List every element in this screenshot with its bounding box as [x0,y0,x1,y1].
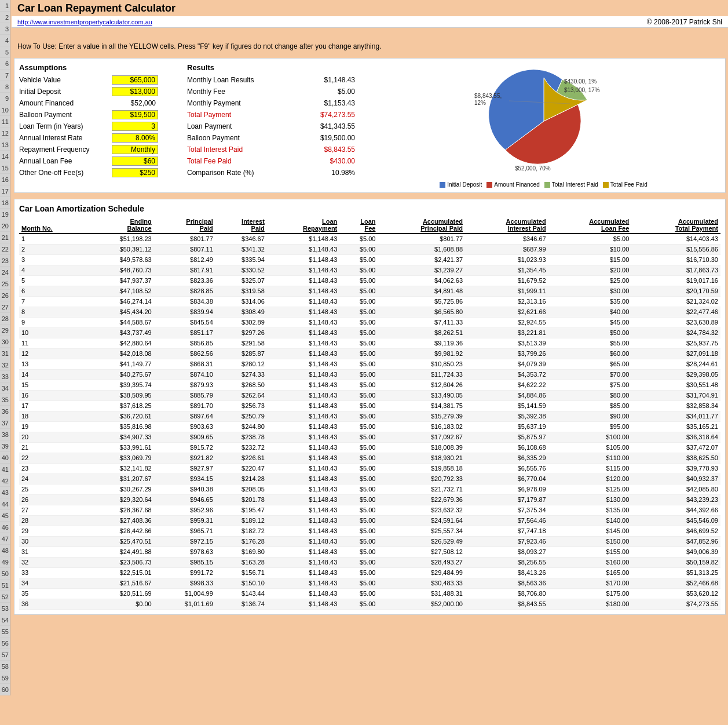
table-row: 25$30,267.29$940.38$208.05$1,148.43$5.00… [19,484,720,494]
col-principal-paid: PrincipalPaid [154,217,215,234]
table-row: 11$42,880.64$856.85$291.58$1,148.43$5.00… [19,338,720,348]
table-row: 8$45,434.20$839.94$308.49$1,148.43$5.00$… [19,307,720,317]
chart-legend: Initial Deposit Amount Financed Total In… [440,181,647,188]
assumptions-results-section: Assumptions Vehicle Value $65,000 Initia… [14,58,726,193]
col-loan-fee: LoanFee [339,217,378,234]
assumption-interest-rate: Annual Interest Rate 8.00% [19,132,158,143]
table-row: 12$42,018.08$862.56$285.87$1,148.43$5.00… [19,348,720,359]
assumptions-block: Assumptions Vehicle Value $65,000 Initia… [19,63,158,188]
table-row: 22$33,069.79$921.82$226.61$1,148.43$5.00… [19,453,720,463]
table-row: 21$33,991.61$915.72$232.72$1,148.43$5.00… [19,442,720,453]
col-acc-fee: AccumulatedLoan Fee [548,217,632,234]
results-title: Results [187,63,355,72]
table-row: 2$50,391.12$807.11$341.32$1,148.43$5.00$… [19,244,720,254]
table-row: 27$28,367.68$952.96$195.47$1,148.43$5.00… [19,505,720,515]
col-month: Month No. [19,217,86,234]
col-loan-repayment: LoanRepayment [267,217,339,234]
amortization-title: Car Loan Amortization Schedule [19,204,720,213]
legend-color-total-interest [544,182,550,188]
table-row: 5$47,937.37$823.36$325.07$1,148.43$5.00$… [19,275,720,286]
table-row: 18$36,720.61$897.64$250.79$1,148.43$5.00… [19,411,720,421]
howto-row: How To Use: Enter a value in all the YEL… [12,39,728,53]
svg-text:$52,000, 70%: $52,000, 70% [515,165,551,172]
result-monthly-fee: Monthly Fee $5.00 [187,86,355,97]
table-row: 17$37,618.25$891.70$256.73$1,148.43$5.00… [19,400,720,411]
result-loan-payment: Loan Payment $41,343.55 [187,121,355,132]
legend-total-fee: Total Fee Paid [603,181,647,188]
table-row: 15$39,395.74$879.93$268.50$1,148.43$5.00… [19,380,720,390]
row-numbers: 1 2 3 4 5 6 7 8 9 10 11 12 13 14 15 16 1… [0,0,10,695]
assumptions-title: Assumptions [19,63,158,72]
table-row: 26$29,320.64$946.65$201.78$1,148.43$5.00… [19,494,720,505]
assumption-loan-term: Loan Term (in Years) 3 [19,121,158,132]
amortization-table: Month No. EndingBalance PrincipalPaid In… [19,217,720,610]
table-row: 36$0.00$1,011.69$136.74$1,148.43$5.00$52… [19,599,720,609]
table-row: 20$34,907.33$909.65$238.78$1,148.43$5.00… [19,432,720,442]
assumption-balloon-payment: Balloon Payment $19,500 [19,109,158,120]
table-row: 23$32,141.82$927.97$220.47$1,148.43$5.00… [19,463,720,473]
col-acc-total: AccumulatedTotal Payment [631,217,720,234]
results-block: Results Monthly Loan Results $1,148.43 M… [187,63,355,188]
legend-color-total-fee [603,182,609,188]
table-row: 28$27,408.36$959.31$189.12$1,148.43$5.00… [19,515,720,526]
result-monthly-payment: Monthly Payment $1,153.43 [187,97,355,108]
assumption-vehicle-value: Vehicle Value $65,000 [19,74,158,85]
table-row: 3$49,578.63$812.49$335.94$1,148.43$5.00$… [19,254,720,265]
result-comparison-rate: Comparison Rate (%) 10.98% [187,167,355,178]
svg-text:$430.00, 1%: $430.00, 1% [564,78,597,85]
table-row: 10$43,737.49$851.17$297.26$1,148.43$5.00… [19,327,720,338]
col-ending-balance: EndingBalance [86,217,154,234]
chart-area: $8,843.55, 12% $430.00, 1% $13,000, 17% … [367,63,720,188]
col-acc-interest: AccumulatedInterest Paid [465,217,548,234]
website-link[interactable]: http://www.investmentpropertycalculator.… [17,19,152,25]
table-row: 24$31,207.67$934.15$214.28$1,148.43$5.00… [19,473,720,484]
result-total-fee: Total Fee Paid $430.00 [187,155,355,166]
col-acc-principal: AccumulatedPrincipal Paid [378,217,465,234]
assumption-other-fee: Other One-off Fee(s) $250 [19,167,158,178]
table-row: 16$38,509.95$885.79$262.64$1,148.43$5.00… [19,390,720,400]
assumption-repayment-freq: Repayment Frequency Monthly [19,144,158,155]
title-row: Car Loan Repayment Calculator [12,0,728,16]
assumption-amount-financed: Amount Financed $52,000 [19,97,158,108]
table-row: 6$47,108.52$828.85$319.58$1,148.43$5.00$… [19,286,720,296]
svg-text:$13,000, 17%: $13,000, 17% [564,87,600,93]
table-row: 33$22,515.01$991.72$156.71$1,148.43$5.00… [19,567,720,578]
table-row: 7$46,274.14$834.38$314.06$1,148.43$5.00$… [19,296,720,307]
howto-text: How To Use: Enter a value in all the YEL… [17,42,381,50]
table-row: 34$21,516.67$998.33$150.10$1,148.43$5.00… [19,578,720,588]
legend-color-initial-deposit [440,182,445,188]
result-total-payment: Total Payment $74,273.55 [187,109,355,120]
table-row: 31$24,491.88$978.63$169.80$1,148.43$5.00… [19,547,720,557]
col-interest-paid: InterestPaid [215,217,267,234]
table-row: 30$25,470.51$972.15$176.28$1,148.43$5.00… [19,536,720,547]
svg-text:$8,843.55,: $8,843.55, [474,93,502,99]
table-row: 19$35,816.98$903.63$244.80$1,148.43$5.00… [19,421,720,432]
assumption-initial-deposit: Initial Deposit $13,000 [19,86,158,97]
svg-text:12%: 12% [474,100,486,106]
table-row: 9$44,588.67$845.54$302.89$1,148.43$5.00$… [19,317,720,327]
table-row: 1$51,198.23$801.77$346.67$1,148.43$5.00$… [19,234,720,244]
legend-amount-financed: Amount Financed [486,181,539,188]
table-row: 4$48,760.73$817.91$330.52$1,148.43$5.00$… [19,265,720,275]
table-row: 13$41,149.77$868.31$280.12$1,148.43$5.00… [19,359,720,369]
legend-initial-deposit: Initial Deposit [440,181,482,188]
result-total-interest: Total Interest Paid $8,843.55 [187,144,355,155]
copyright-text: © 2008-2017 Patrick Shi [647,18,722,26]
legend-color-amount-financed [486,182,492,188]
url-row: http://www.investmentpropertycalculator.… [12,16,728,28]
pie-chart: $8,843.55, 12% $430.00, 1% $13,000, 17% … [457,63,631,179]
assumption-annual-fee: Annual Loan Fee $60 [19,155,158,166]
table-row: 14$40,275.67$874.10$274.33$1,148.43$5.00… [19,369,720,380]
legend-total-interest: Total Interest Paid [544,181,598,188]
page-title: Car Loan Repayment Calculator [17,2,175,14]
table-row: 29$26,442.66$965.71$182.72$1,148.43$5.00… [19,526,720,536]
table-row: 35$20,511.69$1,004.99$143.44$1,148.43$5.… [19,588,720,599]
amortization-section: Car Loan Amortization Schedule Month No.… [14,199,726,615]
table-row: 32$23,506.73$985.15$163.28$1,148.43$5.00… [19,557,720,567]
result-monthly-loan: Monthly Loan Results $1,148.43 [187,74,355,85]
result-balloon-payment: Balloon Payment $19,500.00 [187,132,355,143]
